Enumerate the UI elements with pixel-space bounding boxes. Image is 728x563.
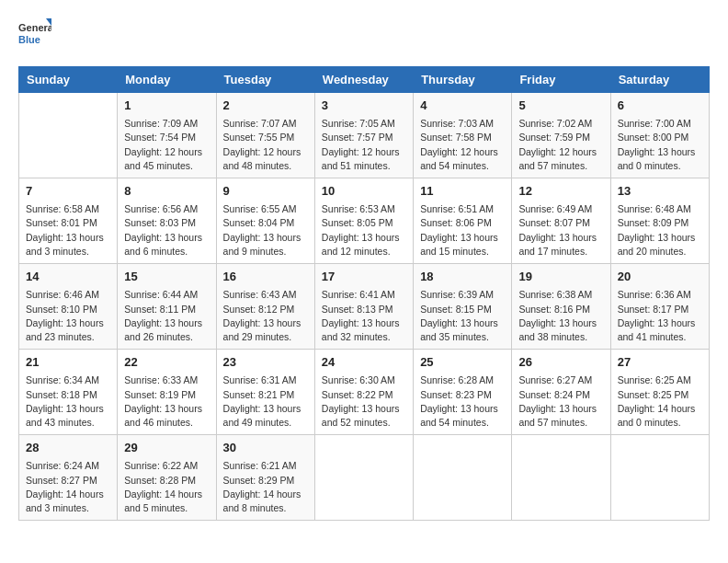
day-number: 18: [420, 269, 505, 285]
calendar-cell: [610, 435, 709, 521]
day-info: Sunrise: 6:30 AM Sunset: 8:22 PM Dayligh…: [322, 373, 406, 430]
day-info: Sunrise: 6:46 AM Sunset: 8:10 PM Dayligh…: [26, 288, 110, 344]
calendar-header-row: SundayMondayTuesdayWednesdayThursdayFrid…: [19, 67, 710, 93]
day-number: 4: [420, 98, 505, 114]
day-info: Sunrise: 6:39 AM Sunset: 8:15 PM Dayligh…: [420, 288, 505, 344]
day-number: 24: [322, 354, 406, 371]
day-number: 17: [322, 269, 406, 285]
page-header: General Blue: [18, 18, 710, 52]
calendar-cell: 5Sunrise: 7:02 AM Sunset: 7:59 PM Daylig…: [512, 93, 610, 178]
calendar-cell: 8Sunrise: 6:56 AM Sunset: 8:03 PM Daylig…: [118, 178, 216, 264]
calendar-cell: 11Sunrise: 6:51 AM Sunset: 8:06 PM Dayli…: [414, 178, 512, 264]
day-number: 20: [618, 269, 702, 285]
column-header-thursday: Thursday: [414, 67, 512, 93]
calendar-cell: 26Sunrise: 6:27 AM Sunset: 8:24 PM Dayli…: [512, 350, 610, 435]
calendar-cell: 25Sunrise: 6:28 AM Sunset: 8:23 PM Dayli…: [414, 350, 512, 435]
day-info: Sunrise: 6:56 AM Sunset: 8:03 PM Dayligh…: [124, 202, 209, 259]
day-info: Sunrise: 6:24 AM Sunset: 8:27 PM Dayligh…: [26, 459, 110, 515]
day-info: Sunrise: 6:58 AM Sunset: 8:01 PM Dayligh…: [26, 202, 110, 259]
day-number: 5: [518, 98, 603, 114]
calendar-cell: 24Sunrise: 6:30 AM Sunset: 8:22 PM Dayli…: [314, 350, 413, 435]
calendar-cell: 12Sunrise: 6:49 AM Sunset: 8:07 PM Dayli…: [512, 178, 610, 264]
day-info: Sunrise: 6:44 AM Sunset: 8:11 PM Dayligh…: [124, 288, 209, 344]
calendar-cell: 4Sunrise: 7:03 AM Sunset: 7:58 PM Daylig…: [414, 93, 512, 178]
day-number: 21: [26, 354, 110, 371]
day-info: Sunrise: 6:49 AM Sunset: 8:07 PM Dayligh…: [518, 202, 603, 259]
day-info: Sunrise: 7:07 AM Sunset: 7:55 PM Dayligh…: [223, 117, 308, 173]
calendar-cell: 7Sunrise: 6:58 AM Sunset: 8:01 PM Daylig…: [19, 178, 118, 264]
svg-text:General: General: [18, 22, 51, 33]
day-number: 9: [223, 183, 308, 200]
day-number: 8: [124, 183, 209, 200]
column-header-saturday: Saturday: [610, 67, 709, 93]
calendar-week-row: 28Sunrise: 6:24 AM Sunset: 8:27 PM Dayli…: [19, 435, 710, 521]
day-info: Sunrise: 6:21 AM Sunset: 8:29 PM Dayligh…: [223, 459, 308, 515]
calendar-cell: 23Sunrise: 6:31 AM Sunset: 8:21 PM Dayli…: [216, 350, 314, 435]
day-number: 28: [26, 440, 110, 456]
day-number: 29: [124, 440, 209, 456]
day-info: Sunrise: 6:25 AM Sunset: 8:25 PM Dayligh…: [618, 373, 702, 430]
calendar-cell: 9Sunrise: 6:55 AM Sunset: 8:04 PM Daylig…: [216, 178, 314, 264]
calendar-cell: 18Sunrise: 6:39 AM Sunset: 8:15 PM Dayli…: [414, 264, 512, 350]
calendar-cell: 2Sunrise: 7:07 AM Sunset: 7:55 PM Daylig…: [216, 93, 314, 178]
day-info: Sunrise: 6:55 AM Sunset: 8:04 PM Dayligh…: [223, 202, 308, 259]
calendar-cell: 21Sunrise: 6:34 AM Sunset: 8:18 PM Dayli…: [19, 350, 118, 435]
calendar-cell: 15Sunrise: 6:44 AM Sunset: 8:11 PM Dayli…: [118, 264, 216, 350]
day-number: 16: [223, 269, 308, 285]
day-info: Sunrise: 6:22 AM Sunset: 8:28 PM Dayligh…: [124, 459, 209, 515]
day-number: 25: [420, 354, 505, 371]
day-number: 1: [124, 98, 209, 114]
day-number: 14: [26, 269, 110, 285]
calendar-cell: [314, 435, 413, 521]
calendar-cell: 14Sunrise: 6:46 AM Sunset: 8:10 PM Dayli…: [19, 264, 118, 350]
day-number: 6: [618, 98, 702, 114]
day-number: 26: [518, 354, 603, 371]
day-number: 23: [223, 354, 308, 371]
logo-svg: General Blue: [18, 18, 51, 52]
calendar-cell: 1Sunrise: 7:09 AM Sunset: 7:54 PM Daylig…: [118, 93, 216, 178]
day-number: 10: [322, 183, 406, 200]
calendar-cell: [19, 93, 118, 178]
day-number: 11: [420, 183, 505, 200]
day-number: 7: [26, 183, 110, 200]
day-info: Sunrise: 6:43 AM Sunset: 8:12 PM Dayligh…: [223, 288, 308, 344]
calendar-cell: 22Sunrise: 6:33 AM Sunset: 8:19 PM Dayli…: [118, 350, 216, 435]
day-info: Sunrise: 7:09 AM Sunset: 7:54 PM Dayligh…: [124, 117, 209, 173]
day-info: Sunrise: 6:48 AM Sunset: 8:09 PM Dayligh…: [618, 202, 702, 259]
logo: General Blue: [18, 18, 51, 52]
day-number: 15: [124, 269, 209, 285]
column-header-friday: Friday: [512, 67, 610, 93]
calendar-cell: 13Sunrise: 6:48 AM Sunset: 8:09 PM Dayli…: [610, 178, 709, 264]
day-number: 22: [124, 354, 209, 371]
day-info: Sunrise: 6:27 AM Sunset: 8:24 PM Dayligh…: [518, 373, 603, 430]
calendar-cell: 3Sunrise: 7:05 AM Sunset: 7:57 PM Daylig…: [314, 93, 413, 178]
day-number: 30: [223, 440, 308, 456]
calendar-table: SundayMondayTuesdayWednesdayThursdayFrid…: [18, 66, 710, 521]
calendar-cell: 20Sunrise: 6:36 AM Sunset: 8:17 PM Dayli…: [610, 264, 709, 350]
calendar-cell: 17Sunrise: 6:41 AM Sunset: 8:13 PM Dayli…: [314, 264, 413, 350]
calendar-cell: 30Sunrise: 6:21 AM Sunset: 8:29 PM Dayli…: [216, 435, 314, 521]
day-number: 2: [223, 98, 308, 114]
day-info: Sunrise: 6:31 AM Sunset: 8:21 PM Dayligh…: [223, 373, 308, 430]
calendar-cell: 6Sunrise: 7:00 AM Sunset: 8:00 PM Daylig…: [610, 93, 709, 178]
calendar-week-row: 21Sunrise: 6:34 AM Sunset: 8:18 PM Dayli…: [19, 350, 710, 435]
day-number: 27: [618, 354, 702, 371]
day-info: Sunrise: 6:41 AM Sunset: 8:13 PM Dayligh…: [322, 288, 406, 344]
calendar-week-row: 7Sunrise: 6:58 AM Sunset: 8:01 PM Daylig…: [19, 178, 710, 264]
day-number: 3: [322, 98, 406, 114]
calendar-cell: 29Sunrise: 6:22 AM Sunset: 8:28 PM Dayli…: [118, 435, 216, 521]
svg-text:Blue: Blue: [18, 34, 40, 45]
day-info: Sunrise: 6:51 AM Sunset: 8:06 PM Dayligh…: [420, 202, 505, 259]
day-info: Sunrise: 6:33 AM Sunset: 8:19 PM Dayligh…: [124, 373, 209, 430]
column-header-tuesday: Tuesday: [216, 67, 314, 93]
calendar-cell: 10Sunrise: 6:53 AM Sunset: 8:05 PM Dayli…: [314, 178, 413, 264]
calendar-cell: 16Sunrise: 6:43 AM Sunset: 8:12 PM Dayli…: [216, 264, 314, 350]
day-info: Sunrise: 7:05 AM Sunset: 7:57 PM Dayligh…: [322, 117, 406, 173]
day-info: Sunrise: 7:00 AM Sunset: 8:00 PM Dayligh…: [618, 117, 702, 173]
calendar-cell: 28Sunrise: 6:24 AM Sunset: 8:27 PM Dayli…: [19, 435, 118, 521]
calendar-cell: [414, 435, 512, 521]
calendar-cell: 27Sunrise: 6:25 AM Sunset: 8:25 PM Dayli…: [610, 350, 709, 435]
day-info: Sunrise: 6:34 AM Sunset: 8:18 PM Dayligh…: [26, 373, 110, 430]
column-header-monday: Monday: [118, 67, 216, 93]
day-info: Sunrise: 6:53 AM Sunset: 8:05 PM Dayligh…: [322, 202, 406, 259]
